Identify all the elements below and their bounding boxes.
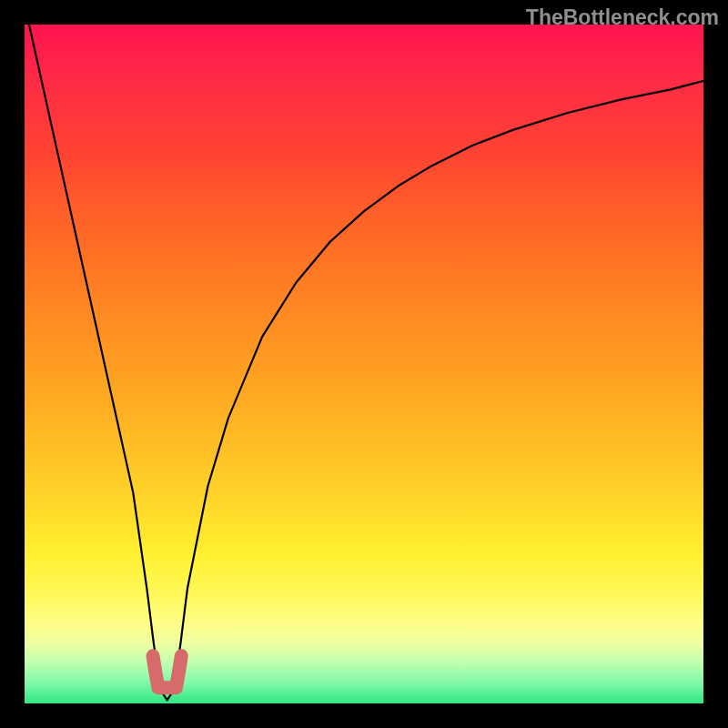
- chart-area: [25, 25, 703, 703]
- notch-marker: [25, 25, 703, 703]
- watermark-text: TheBottleneck.com: [526, 5, 719, 30]
